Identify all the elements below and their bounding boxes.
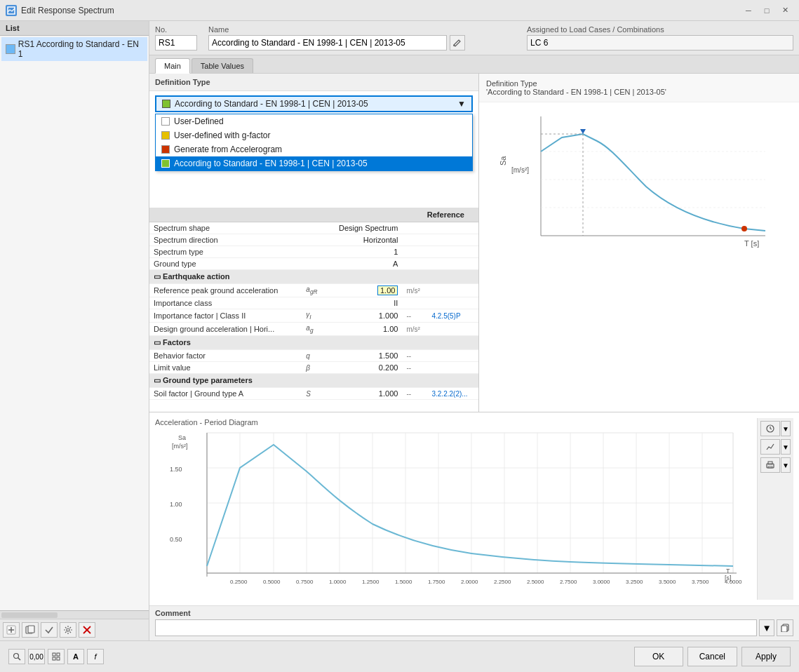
list-header: List xyxy=(0,21,149,36)
header-row: No. Name Assigned to Load Cases / Combin… xyxy=(149,21,799,55)
spectrum-shape-label: Spectrum shape xyxy=(149,222,302,234)
preview-definition-label: Definition Type 'According to Standard -… xyxy=(479,74,799,102)
expand-ground-icon: ▭ xyxy=(154,376,163,384)
diagram-section: Acceleration - Period Diagram xyxy=(149,412,799,605)
print-icon-button[interactable] xyxy=(760,457,780,473)
ref-peak-row: Reference peak ground acceleration agR 1… xyxy=(149,284,478,297)
svg-point-6 xyxy=(67,629,69,631)
search-toolbar-button[interactable] xyxy=(8,649,25,664)
delete-list-button[interactable] xyxy=(79,622,95,638)
list-item[interactable]: RS1 According to Standard - EN 1 xyxy=(1,37,147,61)
comment-dropdown-button[interactable]: ▼ xyxy=(759,619,774,636)
settings-button[interactable] xyxy=(60,622,76,638)
name-input[interactable] xyxy=(208,35,447,51)
svg-text:Sa: Sa xyxy=(499,156,507,166)
ground-type-value: A xyxy=(325,258,403,270)
cancel-button[interactable]: Cancel xyxy=(687,647,737,666)
bottom-section: Acceleration - Period Diagram xyxy=(149,412,799,640)
clock-icon-group: ▼ xyxy=(760,421,791,436)
print-icon-group: ▼ xyxy=(760,457,791,473)
duplicate-list-button[interactable] xyxy=(22,622,39,638)
ok-button[interactable]: OK xyxy=(634,647,683,666)
dropdown-item-label: User-Defined xyxy=(174,116,224,126)
definition-dropdown[interactable]: According to Standard - EN 1998-1 | CEN … xyxy=(155,95,473,112)
tab-table-values[interactable]: Table Values xyxy=(192,58,253,73)
svg-line-76 xyxy=(18,658,21,661)
check-button[interactable] xyxy=(41,622,58,638)
comment-input[interactable] xyxy=(155,619,757,636)
svg-text:T [s]: T [s] xyxy=(744,239,759,248)
scroll-up[interactable] xyxy=(469,209,478,220)
chart-dropdown-button[interactable]: ▼ xyxy=(781,439,791,455)
svg-text:2.0000: 2.0000 xyxy=(461,579,478,585)
comment-section: Comment ▼ xyxy=(149,605,799,640)
name-edit-button[interactable] xyxy=(450,35,465,51)
maximize-button[interactable]: □ xyxy=(758,4,775,18)
no-input[interactable] xyxy=(155,35,197,51)
behavior-sym: q xyxy=(302,350,324,362)
limit-value: 0.200 xyxy=(325,362,403,374)
list-scrollbar[interactable] xyxy=(0,610,149,619)
svg-text:1.50: 1.50 xyxy=(170,466,182,473)
spectrum-type-row: Spectrum type 1 xyxy=(149,246,478,258)
earthquake-section-label: Earthquake action xyxy=(163,272,229,281)
comment-copy-button[interactable] xyxy=(777,619,793,636)
behavior-unit: -- xyxy=(402,350,427,362)
ref-peak-unit: m/s² xyxy=(402,284,427,297)
minimize-button[interactable]: ─ xyxy=(740,4,757,18)
soil-factor-ref: 3.2.2.2(2)... xyxy=(427,388,478,400)
svg-text:3.7500: 3.7500 xyxy=(692,579,709,585)
limit-unit: -- xyxy=(402,362,427,374)
expand-factors-icon: ▭ xyxy=(154,338,163,347)
dropdown-item-user-defined-g[interactable]: User-defined with g-factor xyxy=(156,128,472,142)
svg-text:1.0000: 1.0000 xyxy=(329,579,347,585)
earthquake-section-row: ▭ Earthquake action xyxy=(149,270,478,284)
ref-peak-value[interactable]: 1.00 xyxy=(377,285,398,295)
svg-text:3.2500: 3.2500 xyxy=(626,579,643,585)
behavior-label: Behavior factor xyxy=(149,350,302,362)
window-title: Edit Response Spectrum xyxy=(21,6,736,15)
svg-point-19 xyxy=(741,226,747,231)
value-toolbar-button[interactable]: 0,00 xyxy=(28,649,45,664)
list-panel: List RS1 According to Standard - EN 1 xyxy=(0,21,149,640)
properties-scroll[interactable]: Reference Spectrum shape Design Spectrum xyxy=(149,208,478,412)
clock-icon-button[interactable] xyxy=(760,421,780,436)
svg-rect-74 xyxy=(781,626,787,632)
spectrum-direction-row: Spectrum direction Horizontal xyxy=(149,234,478,246)
soil-factor-value: 1.000 xyxy=(325,388,403,400)
preview-chart-svg: Sa [m/s²] T [s] xyxy=(486,109,792,264)
text-toolbar-button[interactable]: A xyxy=(67,649,84,664)
spectrum-shape-row: Spectrum shape Design Spectrum xyxy=(149,222,478,234)
assigned-input xyxy=(527,35,793,51)
dropdown-item-accelerogram[interactable]: Generate from Accelerogram xyxy=(156,142,472,156)
svg-text:[m/s²]: [m/s²] xyxy=(511,166,529,174)
chart-icon-button[interactable] xyxy=(760,439,780,455)
dropdown-color-indicator xyxy=(162,100,170,108)
svg-rect-80 xyxy=(57,657,60,660)
item-color-red xyxy=(161,145,170,154)
add-list-button[interactable] xyxy=(3,622,20,638)
tab-main[interactable]: Main xyxy=(155,58,190,74)
list-item-label: RS1 According to Standard - EN 1 xyxy=(18,39,143,59)
behavior-value: 1.500 xyxy=(325,350,403,362)
assigned-group: Assigned to Load Cases / Combinations xyxy=(527,25,793,51)
window-controls: ─ □ ✕ xyxy=(740,4,793,18)
print-dropdown-button[interactable]: ▼ xyxy=(781,457,791,473)
close-button[interactable]: ✕ xyxy=(777,4,793,18)
ground-type-label: Ground type xyxy=(149,258,302,270)
svg-text:0.5000: 0.5000 xyxy=(263,579,281,585)
tab-bar: Main Table Values xyxy=(149,55,799,74)
item-color-yellow xyxy=(161,131,170,140)
list-item-color xyxy=(6,44,15,54)
comment-row: ▼ xyxy=(155,619,793,636)
func-toolbar-button[interactable]: f xyxy=(87,649,104,664)
no-group: No. xyxy=(155,25,197,51)
dropdown-item-standard[interactable]: According to Standard - EN 1998-1 | CEN … xyxy=(156,156,472,170)
soil-factor-row: Soil factor | Ground type A S 1.000 -- 3… xyxy=(149,388,478,400)
dropdown-item-user-defined[interactable]: User-Defined xyxy=(156,114,472,128)
no-label: No. xyxy=(155,25,197,34)
apply-button[interactable]: Apply xyxy=(741,647,791,666)
grid-toolbar-button[interactable] xyxy=(48,649,65,664)
clock-dropdown-button[interactable]: ▼ xyxy=(781,421,791,436)
svg-rect-79 xyxy=(53,657,55,660)
